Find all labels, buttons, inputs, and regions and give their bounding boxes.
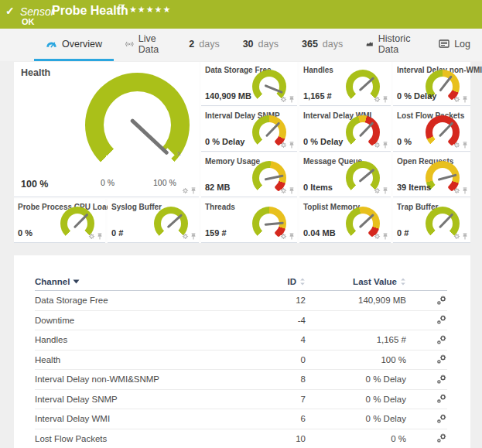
gauges-dashboard: Healthx0 %100 %100 %Data Storage Free140… — [14, 62, 470, 243]
gauge-panel-toplist-memory[interactable]: Toplist Memory0.04 MB — [299, 199, 391, 243]
tab-overview[interactable]: Overview — [34, 29, 114, 61]
gauge-panel-lost-flow-packets[interactable]: Lost Flow Packets0 % — [393, 108, 470, 152]
channel-id: 8 — [259, 374, 306, 384]
pin-icon[interactable] — [289, 142, 295, 149]
panel-value: 0 # — [397, 228, 409, 238]
panel-title: Threads — [205, 203, 235, 211]
tab-historic-data[interactable]: Historic Data — [354, 29, 427, 61]
channel-id: 7 — [259, 395, 306, 404]
status-badge: OK — [22, 17, 35, 26]
column-header-channel[interactable]: Channel — [35, 277, 259, 286]
tab-2-days[interactable]: 2 days — [177, 29, 231, 61]
tab-label: Overview — [62, 39, 102, 50]
pin-icon[interactable] — [462, 96, 468, 103]
column-header-id[interactable]: ID — [259, 277, 306, 286]
gauge-panel-interval-delay-non-wmi-snmp[interactable]: Interval Delay non-WMI&SNMP0 % Delay — [393, 62, 470, 106]
gauge-panel-open-requests[interactable]: Open Requests39 Items — [393, 153, 470, 197]
panel-title: Syslog Buffer — [111, 203, 162, 211]
tab-30-days[interactable]: 30 days — [231, 29, 290, 61]
gauge-panel-memory-usage[interactable]: Memory Usage82 MB — [201, 153, 297, 197]
gauge-panel-interval-delay-snmp[interactable]: Interval Delay SNMP0 % Delay — [201, 108, 297, 152]
sort-desc-icon — [73, 279, 80, 284]
panel-value: 0 % — [18, 228, 32, 238]
gauge-mini-actions — [374, 187, 388, 194]
gauge-panel-handles[interactable]: Handles1,165 # — [299, 62, 391, 106]
gauge-mini-actions — [182, 233, 197, 240]
tab-365-days[interactable]: 365 days — [290, 29, 354, 61]
gauge-icon — [46, 39, 57, 49]
gauge-mini-actions — [280, 187, 295, 194]
gauge-panel-threads[interactable]: Threads159 # — [201, 199, 297, 243]
gauge-panel-trap-buffer[interactable]: Trap Buffer0 # — [393, 199, 470, 243]
tab-live-data[interactable]: Live Data — [114, 29, 177, 61]
priority-stars[interactable]: ★★★★★ — [129, 5, 171, 15]
channel-row-data-storage-free[interactable]: Data Storage Free12140,909 MB — [35, 291, 447, 311]
log-icon — [439, 39, 450, 48]
tab-number: 365 — [302, 39, 318, 50]
channel-row-interval-delay-wmi[interactable]: Interval Delay WMI60 % Delay — [35, 409, 447, 429]
channel-settings-icon[interactable] — [436, 433, 447, 443]
pin-icon[interactable] — [190, 233, 197, 240]
gear-icon[interactable] — [182, 233, 189, 240]
gauge-mini-actions — [374, 233, 388, 240]
channel-row-interval-delay-snmp[interactable]: Interval Delay SNMP70 % Delay — [35, 390, 447, 410]
pin-icon[interactable] — [382, 96, 388, 103]
channel-settings-icon[interactable] — [436, 335, 447, 345]
table-header-row: ChannelIDLast Value — [35, 272, 447, 291]
column-header-last-value[interactable]: Last Value — [306, 277, 406, 286]
channel-row-health[interactable]: Health0100 % — [35, 351, 447, 371]
gauge-mini-actions — [88, 233, 103, 240]
tab-bar: Overview Live Data 2 days 30 days 365 da… — [0, 29, 482, 61]
pin-icon[interactable] — [462, 187, 468, 194]
pin-icon[interactable] — [289, 187, 295, 194]
panel-value: 1,165 # — [303, 91, 332, 101]
pin-icon[interactable] — [289, 233, 295, 240]
tab-log[interactable]: Log — [427, 29, 482, 61]
pin-icon[interactable] — [382, 187, 388, 194]
gear-icon[interactable] — [182, 187, 189, 194]
channel-settings-icon[interactable] — [436, 394, 447, 404]
gauge-scale-min: 0 % — [101, 178, 115, 187]
channel-row-handles[interactable]: Handles41,165 # — [35, 330, 447, 351]
gauge-dial[interactable]: x — [85, 73, 190, 177]
pin-icon[interactable] — [97, 233, 103, 240]
gear-icon[interactable] — [374, 96, 381, 103]
pin-icon[interactable] — [382, 233, 388, 240]
gauge-mini-actions — [453, 233, 468, 240]
channel-settings-icon[interactable] — [436, 296, 447, 306]
channel-row-interval-delay-non-wmi-snmp[interactable]: Interval Delay non-WMI&SNMP80 % Delay — [35, 370, 447, 390]
gauge-mini-actions — [453, 142, 468, 149]
gauge-panel-interval-delay-wmi[interactable]: Interval Delay WMI0 % Delay — [299, 108, 391, 152]
channel-row-lost-flow-packets[interactable]: Lost Flow Packets100 % — [35, 429, 447, 448]
gear-icon[interactable] — [374, 187, 381, 194]
channel-row-downtime[interactable]: Downtime-4 — [35, 311, 447, 331]
panel-title: Lost Flow Packets — [397, 111, 464, 120]
channel-name: Interval Delay WMI — [35, 414, 259, 423]
gear-icon[interactable] — [453, 233, 460, 240]
pin-icon[interactable] — [382, 142, 388, 149]
flag-icon[interactable] — [118, 4, 125, 13]
gauge-panel-probe-process-cpu-load[interactable]: Probe Process CPU Load0 % — [14, 199, 105, 243]
pin-icon[interactable] — [190, 187, 197, 194]
pin-icon[interactable] — [289, 96, 295, 103]
pin-icon[interactable] — [462, 233, 468, 240]
gear-icon[interactable] — [280, 96, 287, 103]
gauge-panel-message-queue[interactable]: Message Queue0 Items — [299, 153, 391, 197]
gauge-mini-actions — [453, 96, 468, 103]
channel-id: 0 — [259, 355, 306, 364]
panel-value: 159 # — [205, 228, 227, 238]
channel-settings-icon[interactable] — [436, 374, 447, 385]
gauge-panel-health[interactable]: Healthx0 %100 %100 % — [14, 62, 199, 197]
panel-value: 100 % — [21, 179, 48, 190]
channel-settings-icon[interactable] — [436, 354, 447, 364]
panel-value: 0 % Delay — [205, 137, 244, 146]
gauge-panel-syslog-buffer[interactable]: Syslog Buffer0 # — [108, 199, 199, 243]
channel-settings-icon[interactable] — [436, 414, 447, 424]
pin-icon[interactable] — [462, 142, 468, 149]
tab-label: days — [258, 39, 279, 50]
gear-icon[interactable] — [88, 233, 95, 240]
channel-settings-icon[interactable] — [436, 315, 447, 325]
gauge-panel-data-storage-free[interactable]: Data Storage Free140,909 MB — [201, 62, 297, 106]
panel-title: Handles — [303, 66, 333, 74]
channel-name: Health — [35, 355, 259, 364]
